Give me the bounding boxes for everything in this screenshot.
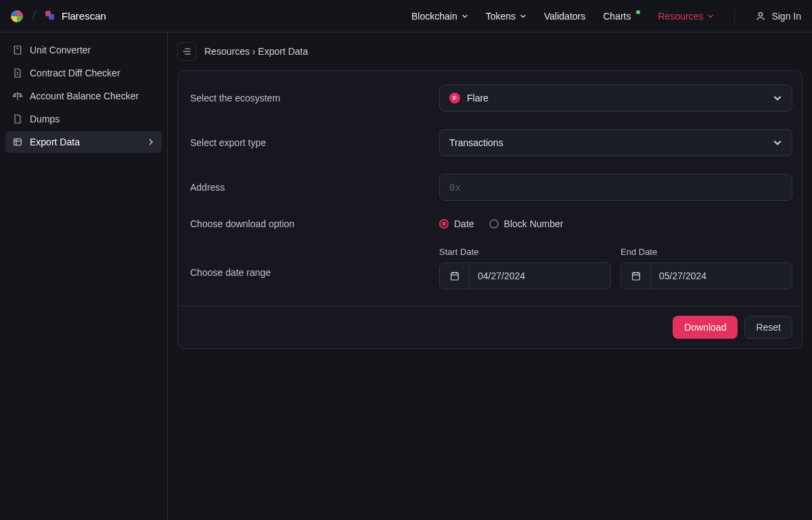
svg-point-0 <box>759 12 763 16</box>
sign-in-button[interactable]: Sign In <box>755 11 801 22</box>
ecosystem-value: Flare <box>467 93 489 103</box>
sidebar-item-label: Dumps <box>30 114 60 124</box>
brand[interactable]: Flarescan <box>45 10 106 22</box>
address-input[interactable] <box>439 174 792 201</box>
flarescan-icon <box>45 11 56 22</box>
sidebar-item-label: Unit Converter <box>30 45 91 55</box>
sidebar-item-label: Export Data <box>30 137 80 147</box>
sidebar-item-label: Account Balance Checker <box>30 91 139 101</box>
radio-date-label: Date <box>454 218 474 229</box>
export-type-label: Select export type <box>187 137 439 148</box>
sidebar: Unit Converter Contract Diff Checker Acc… <box>0 32 168 520</box>
sidebar-item-dumps[interactable]: Dumps <box>5 108 162 130</box>
nav-charts-label: Charts <box>603 11 631 22</box>
svg-rect-15 <box>451 273 458 280</box>
status-dot-icon <box>636 10 640 14</box>
start-date-input[interactable] <box>439 262 611 289</box>
nav-charts[interactable]: Charts <box>603 11 640 22</box>
nav-validators-label: Validators <box>544 11 585 22</box>
ecosystem-label: Select the ecosystem <box>187 93 439 103</box>
ecosystem-select[interactable]: F Flare <box>439 85 792 112</box>
nav-validators[interactable]: Validators <box>544 11 585 22</box>
flare-icon: F <box>449 93 460 103</box>
download-button[interactable]: Download <box>673 316 738 339</box>
export-form-panel: Select the ecosystem F Flare Select exp <box>177 70 803 349</box>
brand-name: Flarescan <box>62 10 106 22</box>
nav-blockchain-label: Blockchain <box>411 11 457 22</box>
sidebar-item-export-data[interactable]: Export Data <box>5 131 162 153</box>
nav-tokens[interactable]: Tokens <box>486 11 526 22</box>
export-type-value: Transactions <box>449 137 503 148</box>
file-diff-icon <box>12 68 23 78</box>
end-date-value[interactable] <box>651 263 792 289</box>
chevron-down-icon <box>707 13 714 20</box>
address-label: Address <box>187 182 439 193</box>
radio-block-number[interactable]: Block Number <box>489 218 564 229</box>
radio-block-number-label: Block Number <box>504 218 564 229</box>
export-icon <box>12 137 23 147</box>
user-icon <box>755 11 766 22</box>
start-date-label: Start Date <box>439 247 611 257</box>
download-button-label: Download <box>684 322 726 333</box>
chevron-down-icon <box>520 13 526 20</box>
svg-rect-1 <box>14 46 20 54</box>
reset-button-label: Reset <box>756 322 781 333</box>
chevron-down-icon <box>773 93 782 103</box>
radio-icon <box>439 219 449 229</box>
breadcrumb: Resources › Export Data <box>204 46 308 57</box>
calendar-icon <box>440 263 470 289</box>
end-date-input[interactable] <box>621 262 792 289</box>
file-icon <box>12 114 23 124</box>
chevron-right-icon <box>147 138 155 146</box>
breadcrumb-toggle-button[interactable] <box>177 42 196 61</box>
chevron-down-icon <box>461 13 468 20</box>
slash-divider: / <box>32 9 36 23</box>
radio-icon <box>489 219 499 229</box>
divider <box>734 9 735 23</box>
sidebar-item-contract-diff[interactable]: Contract Diff Checker <box>5 62 162 84</box>
radio-date[interactable]: Date <box>439 218 474 229</box>
network-logo-icon[interactable] <box>11 10 23 22</box>
nav-blockchain[interactable]: Blockchain <box>411 11 468 22</box>
nav-resources[interactable]: Resources <box>658 11 714 22</box>
list-icon <box>181 46 192 57</box>
sidebar-item-label: Contract Diff Checker <box>30 68 120 78</box>
download-option-label: Choose download option <box>187 218 439 229</box>
date-range-label: Choose date range <box>187 247 439 278</box>
start-date-value[interactable] <box>470 263 610 289</box>
calculator-icon <box>12 45 23 55</box>
sidebar-item-balance-checker[interactable]: Account Balance Checker <box>5 85 162 107</box>
export-type-select[interactable]: Transactions <box>439 129 792 156</box>
svg-rect-19 <box>632 273 639 280</box>
reset-button[interactable]: Reset <box>744 316 792 339</box>
calendar-icon <box>621 263 651 289</box>
nav-resources-label: Resources <box>658 11 703 22</box>
nav-tokens-label: Tokens <box>486 11 516 22</box>
scale-icon <box>12 91 23 101</box>
end-date-label: End Date <box>621 247 792 257</box>
svg-rect-9 <box>14 139 22 145</box>
sidebar-item-unit-converter[interactable]: Unit Converter <box>5 39 162 61</box>
chevron-down-icon <box>773 138 782 147</box>
sign-in-label: Sign In <box>771 11 801 22</box>
